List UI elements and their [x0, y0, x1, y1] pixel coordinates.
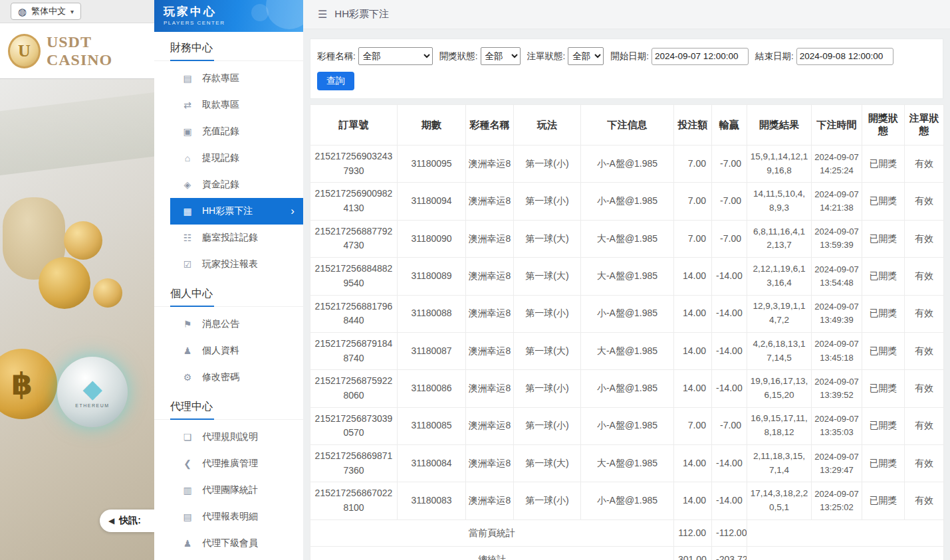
winloss-cell: -14.00: [712, 295, 747, 332]
section-title: 財務中心: [154, 32, 303, 61]
grand-total-spacer: [747, 547, 944, 560]
grand-total-winloss: -203.72: [712, 547, 747, 560]
password-icon: ⚙: [182, 372, 193, 383]
betstatus-cell: 有效: [905, 445, 944, 482]
result-cell: 14,11,5,10,4,8,9,3: [747, 183, 812, 220]
sidebar-item-change-password[interactable]: ⚙修改密碼: [154, 364, 303, 391]
filter-row: 彩種名稱: 全部 開獎狀態: 全部 注單狀態: 全部 開始日期: 結束日期:: [317, 47, 936, 65]
lottery-cell: 澳洲幸运8: [466, 407, 514, 444]
sidebar-item-agent-report-details[interactable]: ▤代理報表明細: [154, 504, 303, 530]
table-row: 215217256879184874031180087澳洲幸运8第一球(大)大-…: [310, 332, 944, 369]
grand-total-bet-amount: 301.00: [674, 547, 712, 560]
withdraw-icon: ⇄: [182, 100, 193, 110]
start-date-input[interactable]: [652, 48, 749, 65]
sidebar-item-label: 存款專區: [202, 72, 239, 84]
period-cell: 31180089: [398, 258, 466, 295]
order-cell: 2152172568698717360: [310, 445, 398, 482]
winloss-cell: -14.00: [712, 258, 747, 295]
lottery-select[interactable]: 全部: [358, 47, 433, 65]
betinfo-cell: 小-A盤@1.985: [581, 295, 674, 332]
sidebar-item-funds-records[interactable]: ◈資金記錄: [154, 171, 303, 198]
announcement-icon: ⚑: [182, 319, 193, 329]
betinfo-cell: 大-A盤@1.985: [581, 258, 674, 295]
sidebar-item-label: 代理報表明細: [202, 511, 258, 523]
sidebar-item-agent-team-stats[interactable]: ▥代理團隊統計: [154, 477, 303, 504]
bet-status-filter-label: 注單狀態:: [527, 50, 566, 62]
time-cell: 2024-09-07 13:59:39: [812, 220, 862, 257]
betinfo-cell: 小-A盤@1.985: [581, 482, 674, 519]
amount-header: 投注額: [674, 105, 712, 145]
order-cell: 2152172568791848740: [310, 332, 398, 369]
filter-panel: 彩種名稱: 全部 開獎狀態: 全部 注單狀態: 全部 開始日期: 結束日期: 查…: [310, 39, 943, 99]
drawstatus-cell: 已開獎: [862, 370, 905, 407]
winloss-header: 輸贏: [712, 105, 747, 145]
casino-logo[interactable]: U USDT CASINO: [0, 23, 154, 78]
lottery-cell: 澳洲幸运8: [466, 258, 514, 295]
sidebar-item-player-bet-report[interactable]: ☑玩家投注報表: [154, 251, 303, 278]
query-button[interactable]: 查詢: [317, 72, 354, 90]
sidebar-item-label: 資金記錄: [202, 179, 239, 191]
lottery-cell: 澳洲幸运8: [466, 370, 514, 407]
amount-cell: 14.00: [674, 370, 712, 407]
result-cell: 17,14,3,18,2,20,5,1: [747, 482, 812, 519]
page-total-row: 當前頁統計 112.00 -112.00: [310, 519, 944, 547]
lottery-cell: 澳洲幸运8: [466, 482, 514, 519]
language-label: 繁体中文: [31, 5, 66, 17]
lottery-cell: 澳洲幸运8: [466, 220, 514, 257]
start-date-label: 開始日期:: [610, 50, 649, 62]
language-selector-button[interactable]: ◍ 繁体中文 ▾: [11, 3, 81, 20]
logo-text: USDT CASINO: [47, 33, 154, 69]
betstatus-cell: 有效: [905, 183, 944, 220]
sidebar-item-label: 取款專區: [202, 99, 239, 111]
player-report-icon: ☑: [182, 259, 193, 270]
sidebar-item-hh-lottery-bets[interactable]: ▦HH彩票下注›: [170, 198, 303, 225]
page-total-spacer: [747, 519, 944, 547]
lottery-filter-label: 彩種名稱:: [317, 50, 356, 62]
globe-icon: ◍: [18, 7, 27, 17]
drawstatus-cell: 已開獎: [862, 407, 905, 444]
play-cell: 第一球(小): [514, 370, 581, 407]
period-cell: 31180087: [398, 332, 466, 369]
end-date-label: 結束日期:: [755, 50, 794, 62]
sidebar-item-recharge-records[interactable]: ▣充值記錄: [154, 118, 303, 145]
ethereum-icon: ◆ ETHEREUM: [57, 357, 128, 427]
table-row: 215217256903243793031180095澳洲幸运8第一球(小)小-…: [310, 145, 944, 183]
page-total-label: 當前頁統計: [310, 519, 674, 547]
sidebar-item-agent-sub-members[interactable]: ♟代理下級會員: [154, 530, 303, 557]
page-total-bet-amount: 112.00: [674, 519, 712, 547]
sidebar-item-room-bet-records[interactable]: ☷廳室投註記錄: [154, 225, 303, 251]
betinfo-cell: 小-A盤@1.985: [581, 183, 674, 220]
order-cell: 2152172568670228100: [310, 482, 398, 519]
usdt-logo-icon: U: [8, 34, 41, 68]
sidebar-item-withdrawal-records[interactable]: ⌂提現記錄: [154, 145, 303, 171]
sidebar-item-agent-promotion[interactable]: ❮代理推廣管理: [154, 450, 303, 477]
period-cell: 31180083: [398, 482, 466, 519]
play-cell: 第一球(小): [514, 407, 581, 444]
table-row: 215217256881796844031180088澳洲幸运8第一球(小)小-…: [310, 295, 944, 332]
draw-status-select[interactable]: 全部: [481, 47, 521, 65]
winloss-cell: -14.00: [712, 332, 747, 369]
sidebar-item-label: 代理團隊統計: [202, 484, 258, 496]
sidebar-item-deposit-zone[interactable]: ▤存款專區: [154, 65, 303, 92]
amount-cell: 7.00: [674, 145, 712, 183]
time-cell: 2024-09-07 13:25:02: [812, 482, 862, 519]
sidebar-item-profile[interactable]: ♟個人資料: [154, 337, 303, 364]
winloss-cell: -7.00: [712, 220, 747, 257]
sidebar-item-withdraw-zone[interactable]: ⇄取款專區: [154, 92, 303, 118]
time-header: 下注時間: [812, 105, 862, 145]
menu-toggle-icon[interactable]: ☰: [318, 8, 327, 21]
period-header: 期數: [398, 105, 466, 145]
bet-status-select[interactable]: 全部: [568, 47, 604, 65]
news-ticker: ◀ 快訊:: [100, 510, 154, 532]
period-cell: 31180084: [398, 445, 466, 482]
page-title: HH彩票下注: [334, 8, 389, 21]
result-cell: 6,8,11,16,4,12,13,7: [747, 220, 812, 257]
drawstatus-cell: 已開獎: [862, 183, 905, 220]
sidebar-item-announcements[interactable]: ⚑消息公告: [154, 311, 303, 337]
sidebar-item-label: 代理推廣管理: [202, 458, 258, 470]
end-date-input[interactable]: [796, 48, 893, 65]
agent-team-icon: ▥: [182, 485, 193, 496]
play-cell: 第一球(大): [514, 258, 581, 295]
betinfo-cell: 大-A盤@1.985: [581, 445, 674, 482]
sidebar-item-agent-rules[interactable]: ❏代理規則說明: [154, 424, 303, 450]
